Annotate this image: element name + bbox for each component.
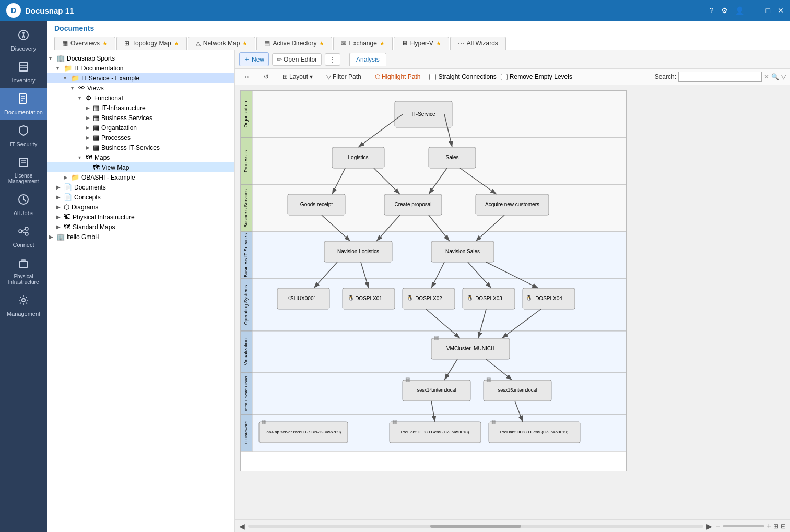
tree-item-views[interactable]: ▾ 👁 Views (47, 83, 234, 93)
svg-text:Acquire new customers: Acquire new customers (485, 202, 539, 207)
clear-search-icon[interactable]: ✕ (764, 73, 769, 80)
reset-view-button[interactable]: ⊟ (781, 523, 786, 530)
sidebar-item-license[interactable]: License Management (0, 151, 47, 188)
tab-all-wizards[interactable]: ⋯ All Wizards (450, 37, 506, 50)
tree-item-business-services[interactable]: ▶ ▦ Business Services (47, 113, 234, 123)
overviews-star[interactable]: ★ (102, 40, 108, 47)
highlight-icon: ⬡ (375, 73, 380, 80)
tree-item-itelio[interactable]: ▶ 🏢 itelio GmbH (47, 232, 234, 242)
search-icon[interactable]: 🔍 (771, 73, 779, 80)
straight-connections-checkbox[interactable]: Straight Connections (429, 73, 496, 80)
tree-item-it-infrastructure[interactable]: ▶ ▦ IT-Infrastructure (47, 103, 234, 113)
sidebar-item-discovery[interactable]: Discovery (0, 24, 47, 56)
toggle-icon: ▶ (56, 184, 64, 190)
zoom-minus-button[interactable]: − (715, 522, 720, 531)
tab-exchange[interactable]: ✉ Exchange ★ (333, 37, 392, 50)
tree-item-documents[interactable]: ▶ 📄 Documents (47, 182, 234, 192)
svg-text:Operating Systems: Operating Systems (243, 285, 249, 325)
all-wizards-label: All Wizards (467, 40, 498, 47)
ad-star[interactable]: ★ (319, 40, 324, 47)
sidebar-item-connect[interactable]: Connect (0, 220, 47, 252)
filter-search-icon[interactable]: ▽ (781, 73, 786, 80)
svg-text:Business IT-Services: Business IT-Services (243, 233, 249, 277)
hyperv-star[interactable]: ★ (436, 40, 441, 47)
tree-item-view-map[interactable]: 🗺 View Map (47, 162, 234, 172)
network-label: Network Map (203, 40, 240, 47)
sidebar-item-inventory[interactable]: Inventory (0, 56, 47, 88)
exchange-label: Exchange (349, 40, 376, 47)
exchange-star[interactable]: ★ (380, 40, 385, 47)
zoom-slider[interactable] (723, 525, 764, 527)
user-icon[interactable]: 👤 (735, 6, 744, 15)
sidebar-item-physical[interactable]: Physical Infrastructure (0, 252, 47, 289)
layout-button[interactable]: ⊞ Layout ▾ (278, 71, 317, 82)
tree-item-business-it-services[interactable]: ▶ ▦ Business IT-Services (47, 143, 234, 152)
new-button[interactable]: ＋ New (239, 52, 269, 66)
svg-text:ia64 hp server rx2600 (SRN-123: ia64 hp server rx2600 (SRN-123456789) (266, 430, 341, 434)
svg-rect-20 (19, 262, 28, 267)
toggle-icon: ▾ (56, 65, 64, 71)
tree-item-concepts[interactable]: ▶ 📄 Concepts (47, 192, 234, 202)
view-icon: ▦ (93, 114, 99, 122)
search-input[interactable] (678, 72, 762, 82)
tab-hyper-v[interactable]: 🖥 Hyper-V ★ (394, 37, 449, 50)
svg-text:⚙: ⚙ (288, 295, 292, 301)
svg-point-16 (25, 227, 28, 230)
svg-text:▦: ▦ (491, 419, 496, 424)
tab-network[interactable]: △ Network Map ★ (188, 37, 256, 50)
sidebar-item-it-security[interactable]: IT Security (0, 120, 47, 151)
tree-label: Views (87, 85, 104, 92)
svg-text:🐧: 🐧 (467, 294, 474, 301)
sidebar-item-all-jobs[interactable]: All Jobs (0, 188, 47, 220)
close-button[interactable]: ✕ (777, 6, 784, 15)
tree-item-it-service-example[interactable]: ▾ 📁 IT Service - Example (47, 73, 234, 83)
tree-item-physical-infra[interactable]: ▶ 🏗 Physical Infrastructure (47, 212, 234, 222)
tree-item-processes[interactable]: ▶ ▦ Processes (47, 133, 234, 143)
scroll-thumb[interactable] (430, 525, 521, 528)
tree-item-organization[interactable]: ▶ ▦ Organization (47, 123, 234, 133)
tree-item-obashi[interactable]: ▶ 📁 OBASHI - Example (47, 172, 234, 182)
content-area: Documents ▦ Overviews ★ ⊞ Topology Map ★… (47, 21, 790, 532)
diagram-canvas[interactable]: Organization Processes Business Services… (235, 85, 790, 519)
tree-item-standard-maps[interactable]: ▶ 🗺 Standard Maps (47, 222, 234, 232)
highlight-path-button[interactable]: ⬡ Highlight Path (370, 71, 426, 82)
tree-label: Business Services (101, 114, 152, 122)
tree-item-diagrams[interactable]: ▶ ⬡ Diagrams (47, 202, 234, 212)
more-button[interactable]: ⋮ (325, 53, 340, 66)
svg-text:IT Hardware: IT Hardware (244, 421, 249, 444)
tree-item-docusnap-sports[interactable]: ▾ 🏢 Docusnap Sports (47, 53, 234, 63)
refresh-button[interactable]: ↺ (259, 71, 274, 82)
tree-item-functional[interactable]: ▾ ⚙ Functional (47, 93, 234, 103)
sidebar-item-documentation[interactable]: Documentation (0, 88, 47, 120)
expand-button[interactable]: ↔ (239, 71, 255, 82)
scroll-left-button[interactable]: ◀ (239, 522, 245, 530)
fit-view-button[interactable]: ⊞ (773, 523, 779, 530)
settings-icon[interactable]: ⚙ (721, 6, 728, 15)
highlight-path-label: Highlight Path (382, 73, 421, 80)
remove-empty-levels-input[interactable] (501, 74, 508, 80)
zoom-plus-button[interactable]: + (767, 522, 771, 531)
scroll-right-button[interactable]: ▶ (706, 522, 712, 530)
tab-analysis[interactable]: Analysis (349, 53, 386, 66)
layout-label: Layout (289, 73, 308, 80)
network-star[interactable]: ★ (242, 40, 247, 47)
help-icon[interactable]: ? (710, 6, 714, 15)
minimize-button[interactable]: — (751, 6, 759, 15)
filter-path-button[interactable]: ▽ Filter Path (322, 71, 366, 82)
maximize-button[interactable]: □ (766, 6, 770, 15)
document-tabs: ▦ Overviews ★ ⊞ Topology Map ★ △ Network… (54, 34, 783, 50)
svg-text:🐧: 🐧 (348, 294, 355, 301)
tab-active-directory[interactable]: ▤ Active Directory ★ (256, 37, 332, 50)
sidebar-item-management[interactable]: Management (0, 289, 47, 321)
open-editor-button[interactable]: ✏ Open Editor (272, 53, 322, 66)
tab-topology[interactable]: ⊞ Topology Map ★ (116, 37, 187, 50)
tree-item-it-documentation[interactable]: ▾ 📁 IT Documentation (47, 63, 234, 73)
straight-connections-input[interactable] (429, 74, 436, 80)
folder-icon: 📁 (64, 64, 72, 72)
toggle-icon: ▾ (78, 155, 86, 160)
tab-overviews[interactable]: ▦ Overviews ★ (54, 37, 115, 50)
topology-star[interactable]: ★ (174, 40, 179, 47)
tree-item-maps[interactable]: ▾ 🗺 Maps (47, 152, 234, 162)
scroll-track[interactable] (248, 525, 703, 528)
remove-empty-levels-checkbox[interactable]: Remove Empty Levels (501, 73, 572, 80)
